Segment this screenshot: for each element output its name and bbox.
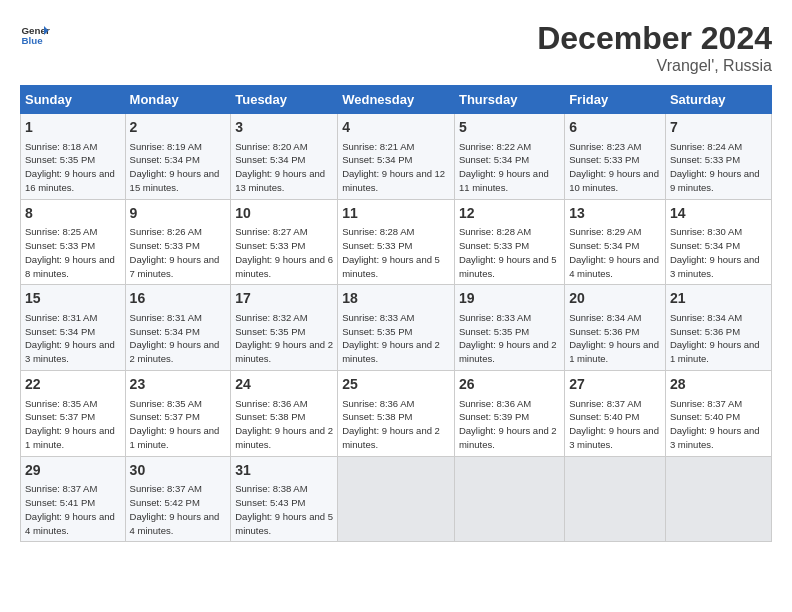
calendar-cell: 20Sunrise: 8:34 AMSunset: 5:36 PMDayligh… <box>565 285 666 371</box>
day-number: 23 <box>130 375 227 395</box>
day-number: 21 <box>670 289 767 309</box>
cell-details: Sunrise: 8:36 AMSunset: 5:39 PMDaylight:… <box>459 397 560 452</box>
cell-details: Sunrise: 8:34 AMSunset: 5:36 PMDaylight:… <box>569 311 661 366</box>
month-title: December 2024 <box>537 20 772 57</box>
calendar-cell: 16Sunrise: 8:31 AMSunset: 5:34 PMDayligh… <box>125 285 231 371</box>
cell-details: Sunrise: 8:36 AMSunset: 5:38 PMDaylight:… <box>342 397 450 452</box>
cell-details: Sunrise: 8:29 AMSunset: 5:34 PMDaylight:… <box>569 225 661 280</box>
calendar-cell: 3Sunrise: 8:20 AMSunset: 5:34 PMDaylight… <box>231 114 338 200</box>
calendar-week-row: 22Sunrise: 8:35 AMSunset: 5:37 PMDayligh… <box>21 370 772 456</box>
weekday-header: Thursday <box>454 86 564 114</box>
cell-details: Sunrise: 8:38 AMSunset: 5:43 PMDaylight:… <box>235 482 333 537</box>
day-number: 5 <box>459 118 560 138</box>
calendar-cell: 9Sunrise: 8:26 AMSunset: 5:33 PMDaylight… <box>125 199 231 285</box>
calendar-cell: 24Sunrise: 8:36 AMSunset: 5:38 PMDayligh… <box>231 370 338 456</box>
calendar-cell: 10Sunrise: 8:27 AMSunset: 5:33 PMDayligh… <box>231 199 338 285</box>
day-number: 11 <box>342 204 450 224</box>
calendar-week-row: 15Sunrise: 8:31 AMSunset: 5:34 PMDayligh… <box>21 285 772 371</box>
day-number: 6 <box>569 118 661 138</box>
calendar-cell: 17Sunrise: 8:32 AMSunset: 5:35 PMDayligh… <box>231 285 338 371</box>
day-number: 14 <box>670 204 767 224</box>
calendar-cell <box>454 456 564 542</box>
day-number: 12 <box>459 204 560 224</box>
day-number: 1 <box>25 118 121 138</box>
calendar-cell: 11Sunrise: 8:28 AMSunset: 5:33 PMDayligh… <box>338 199 455 285</box>
cell-details: Sunrise: 8:37 AMSunset: 5:40 PMDaylight:… <box>569 397 661 452</box>
cell-details: Sunrise: 8:37 AMSunset: 5:40 PMDaylight:… <box>670 397 767 452</box>
cell-details: Sunrise: 8:24 AMSunset: 5:33 PMDaylight:… <box>670 140 767 195</box>
calendar-cell: 12Sunrise: 8:28 AMSunset: 5:33 PMDayligh… <box>454 199 564 285</box>
calendar-cell <box>665 456 771 542</box>
location-subtitle: Vrangel', Russia <box>537 57 772 75</box>
day-number: 19 <box>459 289 560 309</box>
calendar-cell: 4Sunrise: 8:21 AMSunset: 5:34 PMDaylight… <box>338 114 455 200</box>
calendar-cell: 27Sunrise: 8:37 AMSunset: 5:40 PMDayligh… <box>565 370 666 456</box>
day-number: 22 <box>25 375 121 395</box>
day-number: 16 <box>130 289 227 309</box>
calendar-week-row: 1Sunrise: 8:18 AMSunset: 5:35 PMDaylight… <box>21 114 772 200</box>
cell-details: Sunrise: 8:25 AMSunset: 5:33 PMDaylight:… <box>25 225 121 280</box>
day-number: 28 <box>670 375 767 395</box>
cell-details: Sunrise: 8:22 AMSunset: 5:34 PMDaylight:… <box>459 140 560 195</box>
cell-details: Sunrise: 8:37 AMSunset: 5:42 PMDaylight:… <box>130 482 227 537</box>
calendar-cell: 23Sunrise: 8:35 AMSunset: 5:37 PMDayligh… <box>125 370 231 456</box>
cell-details: Sunrise: 8:21 AMSunset: 5:34 PMDaylight:… <box>342 140 450 195</box>
day-number: 4 <box>342 118 450 138</box>
calendar-cell: 6Sunrise: 8:23 AMSunset: 5:33 PMDaylight… <box>565 114 666 200</box>
calendar-table: SundayMondayTuesdayWednesdayThursdayFrid… <box>20 85 772 542</box>
calendar-cell: 29Sunrise: 8:37 AMSunset: 5:41 PMDayligh… <box>21 456 126 542</box>
cell-details: Sunrise: 8:32 AMSunset: 5:35 PMDaylight:… <box>235 311 333 366</box>
cell-details: Sunrise: 8:33 AMSunset: 5:35 PMDaylight:… <box>342 311 450 366</box>
day-number: 20 <box>569 289 661 309</box>
cell-details: Sunrise: 8:28 AMSunset: 5:33 PMDaylight:… <box>459 225 560 280</box>
cell-details: Sunrise: 8:19 AMSunset: 5:34 PMDaylight:… <box>130 140 227 195</box>
calendar-cell: 28Sunrise: 8:37 AMSunset: 5:40 PMDayligh… <box>665 370 771 456</box>
calendar-cell: 26Sunrise: 8:36 AMSunset: 5:39 PMDayligh… <box>454 370 564 456</box>
cell-details: Sunrise: 8:30 AMSunset: 5:34 PMDaylight:… <box>670 225 767 280</box>
calendar-cell: 2Sunrise: 8:19 AMSunset: 5:34 PMDaylight… <box>125 114 231 200</box>
calendar-cell: 7Sunrise: 8:24 AMSunset: 5:33 PMDaylight… <box>665 114 771 200</box>
calendar-cell: 13Sunrise: 8:29 AMSunset: 5:34 PMDayligh… <box>565 199 666 285</box>
calendar-cell <box>565 456 666 542</box>
calendar-cell: 25Sunrise: 8:36 AMSunset: 5:38 PMDayligh… <box>338 370 455 456</box>
title-block: December 2024 Vrangel', Russia <box>537 20 772 75</box>
calendar-cell: 5Sunrise: 8:22 AMSunset: 5:34 PMDaylight… <box>454 114 564 200</box>
calendar-cell: 19Sunrise: 8:33 AMSunset: 5:35 PMDayligh… <box>454 285 564 371</box>
page-header: General Blue December 2024 Vrangel', Rus… <box>20 20 772 75</box>
day-number: 17 <box>235 289 333 309</box>
cell-details: Sunrise: 8:20 AMSunset: 5:34 PMDaylight:… <box>235 140 333 195</box>
day-number: 26 <box>459 375 560 395</box>
cell-details: Sunrise: 8:18 AMSunset: 5:35 PMDaylight:… <box>25 140 121 195</box>
cell-details: Sunrise: 8:34 AMSunset: 5:36 PMDaylight:… <box>670 311 767 366</box>
day-number: 29 <box>25 461 121 481</box>
day-number: 31 <box>235 461 333 481</box>
weekday-header: Wednesday <box>338 86 455 114</box>
weekday-header: Saturday <box>665 86 771 114</box>
day-number: 24 <box>235 375 333 395</box>
day-number: 3 <box>235 118 333 138</box>
logo-icon: General Blue <box>20 20 50 50</box>
calendar-week-row: 8Sunrise: 8:25 AMSunset: 5:33 PMDaylight… <box>21 199 772 285</box>
calendar-cell: 1Sunrise: 8:18 AMSunset: 5:35 PMDaylight… <box>21 114 126 200</box>
cell-details: Sunrise: 8:31 AMSunset: 5:34 PMDaylight:… <box>25 311 121 366</box>
calendar-cell: 18Sunrise: 8:33 AMSunset: 5:35 PMDayligh… <box>338 285 455 371</box>
calendar-cell: 22Sunrise: 8:35 AMSunset: 5:37 PMDayligh… <box>21 370 126 456</box>
cell-details: Sunrise: 8:36 AMSunset: 5:38 PMDaylight:… <box>235 397 333 452</box>
day-number: 25 <box>342 375 450 395</box>
day-number: 2 <box>130 118 227 138</box>
day-number: 8 <box>25 204 121 224</box>
day-number: 15 <box>25 289 121 309</box>
weekday-header: Sunday <box>21 86 126 114</box>
weekday-header-row: SundayMondayTuesdayWednesdayThursdayFrid… <box>21 86 772 114</box>
calendar-cell: 31Sunrise: 8:38 AMSunset: 5:43 PMDayligh… <box>231 456 338 542</box>
calendar-cell: 30Sunrise: 8:37 AMSunset: 5:42 PMDayligh… <box>125 456 231 542</box>
calendar-week-row: 29Sunrise: 8:37 AMSunset: 5:41 PMDayligh… <box>21 456 772 542</box>
svg-text:Blue: Blue <box>22 35 44 46</box>
day-number: 7 <box>670 118 767 138</box>
cell-details: Sunrise: 8:33 AMSunset: 5:35 PMDaylight:… <box>459 311 560 366</box>
cell-details: Sunrise: 8:27 AMSunset: 5:33 PMDaylight:… <box>235 225 333 280</box>
cell-details: Sunrise: 8:37 AMSunset: 5:41 PMDaylight:… <box>25 482 121 537</box>
calendar-cell: 15Sunrise: 8:31 AMSunset: 5:34 PMDayligh… <box>21 285 126 371</box>
weekday-header: Tuesday <box>231 86 338 114</box>
day-number: 9 <box>130 204 227 224</box>
